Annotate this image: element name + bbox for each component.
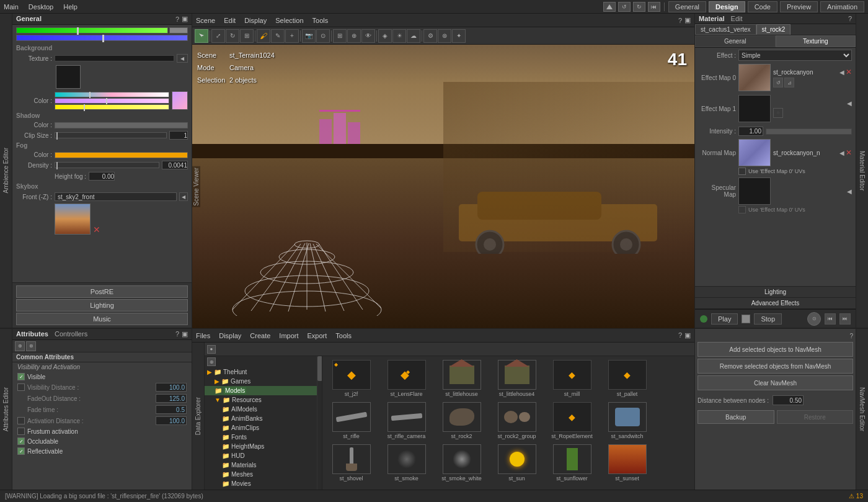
menu-help[interactable]: Help <box>63 3 78 11</box>
snap-btn[interactable]: ⊕ <box>347 29 361 43</box>
navmesh-help[interactable]: ? <box>849 333 853 339</box>
tree-item-animbanks[interactable]: 📁 AnimBanks <box>205 414 322 423</box>
activation-dist-checkbox[interactable] <box>17 417 25 424</box>
asset-rope[interactable]: ◆ st_RopeElement <box>546 401 598 441</box>
tree-item-fonts[interactable]: 📁 Fonts <box>205 433 322 442</box>
tree-item-heightmaps[interactable]: 📁 HeightMaps <box>205 442 322 451</box>
tree-item-movies[interactable]: 📁 Movies <box>205 479 322 488</box>
subtab-texturing[interactable]: Texturing <box>776 35 856 47</box>
remove-navmesh-btn[interactable]: Remove selected objects from NavMesh <box>698 359 853 374</box>
normalmap-prev-btn[interactable]: ◀ <box>839 150 844 156</box>
toolbar-icon-2[interactable]: ↺ <box>618 2 631 12</box>
clear-navmesh-btn[interactable]: Clear NavMesh <box>698 375 853 390</box>
scale-btn[interactable]: ⊞ <box>240 29 254 43</box>
restore-btn[interactable]: Restore <box>777 410 854 424</box>
import-menu[interactable]: Import <box>279 332 298 339</box>
tab-controllers[interactable]: Controllers <box>55 330 87 338</box>
menu-desktop[interactable]: Desktop <box>29 3 53 11</box>
asset-sunset[interactable]: st_sunset <box>601 443 653 483</box>
ambience-close-btn[interactable]: ▣ <box>182 15 188 23</box>
stop-button[interactable]: Stop <box>754 313 782 325</box>
scene-menu-display[interactable]: Display <box>244 17 267 24</box>
effect1-prev-btn[interactable]: ◀ <box>847 100 852 107</box>
tree-item-hud[interactable]: 📁 HUD <box>205 451 322 460</box>
obj-tab-rock2[interactable]: st_rock2 <box>756 24 791 35</box>
tree-item-games[interactable]: ▶ 📁 Games <box>205 377 322 386</box>
asset-littlehouse[interactable]: st_littlehouse <box>435 359 488 398</box>
move-btn[interactable]: ⤢ <box>211 29 225 43</box>
rotate-btn[interactable]: ↻ <box>226 29 239 43</box>
visible-checkbox[interactable]: ✓ <box>17 373 25 380</box>
specular-prev-btn[interactable]: ◀ <box>847 188 852 195</box>
music-button[interactable]: Music <box>16 313 188 325</box>
menu-main[interactable]: Main <box>4 3 19 11</box>
explorer-help[interactable]: ? <box>678 331 682 339</box>
reflectivable-checkbox[interactable]: ✓ <box>17 447 25 455</box>
visibility-distance-input[interactable] <box>156 383 187 392</box>
tree-item-root[interactable]: ▶ 📁 TheHunt <box>205 367 322 377</box>
effect0-icon1[interactable]: ↺ <box>773 78 783 87</box>
grid-btn[interactable]: ⊞ <box>333 29 347 43</box>
asset-rifle-camera[interactable]: st_rifle_camera <box>380 401 433 441</box>
select-tool-btn[interactable] <box>195 29 208 43</box>
visibility-dist-checkbox[interactable] <box>17 383 25 391</box>
asset-rifle[interactable]: st_rifle <box>325 401 378 441</box>
asset-smoke[interactable]: st_smoke <box>380 443 433 483</box>
edit-tab[interactable]: Edit <box>731 15 743 22</box>
tab-code[interactable]: Code <box>748 1 777 12</box>
render-btn[interactable]: ◈ <box>378 29 392 43</box>
asset-mill[interactable]: ◆ st_mill <box>546 359 598 398</box>
files-menu[interactable]: Files <box>196 332 210 339</box>
asset-sandwitch[interactable]: st_sandwitch <box>601 401 653 441</box>
effect0-prev-btn[interactable]: ◀ <box>839 69 844 76</box>
height-fog-input[interactable] <box>89 172 115 181</box>
postre-button[interactable]: PostRE <box>16 285 188 298</box>
playback-next[interactable]: ⏭ <box>839 313 851 325</box>
tree-item-materials[interactable]: 📁 Materials <box>205 460 322 470</box>
explorer-close[interactable]: ▣ <box>684 331 691 339</box>
nav-btn[interactable]: ⊛ <box>438 29 451 43</box>
toolbar-icon-1[interactable] <box>603 2 616 12</box>
cam-btn[interactable]: 📷 <box>302 29 316 43</box>
specular-use-checkbox[interactable] <box>738 206 746 213</box>
fade-time-input[interactable] <box>156 405 187 414</box>
tab-animation[interactable]: Animation <box>820 1 864 12</box>
navmesh-distance-input[interactable] <box>773 395 804 405</box>
explorer-filter-btn[interactable]: ● <box>207 345 216 354</box>
visible-btn[interactable]: 👁 <box>361 29 375 43</box>
tree-item-animclips[interactable]: 📁 AnimClips <box>205 423 322 433</box>
scene-menu-selection[interactable]: Selection <box>275 17 303 24</box>
tab-design[interactable]: Design <box>709 1 745 12</box>
frustum-checkbox[interactable] <box>17 428 25 435</box>
asset-sunflower[interactable]: st_sunflower <box>546 443 598 483</box>
playback-circle1[interactable]: ⊙ <box>807 312 821 326</box>
asset-littlehouse4[interactable]: st_littlehouse4 <box>490 359 543 398</box>
edit-btn[interactable]: ✎ <box>271 29 285 43</box>
skybox-delete-btn[interactable]: ✕ <box>93 225 100 235</box>
tools-menu[interactable]: Tools <box>335 332 352 339</box>
clip-size-input[interactable] <box>169 131 188 140</box>
backup-btn[interactable]: Backup <box>698 410 774 424</box>
scene-menu-edit[interactable]: Edit <box>224 17 236 24</box>
effect-select[interactable]: Simple <box>738 50 852 61</box>
subtab-general[interactable]: General <box>695 35 776 47</box>
scene-help[interactable]: ? <box>678 17 682 24</box>
asset-rock2-group[interactable]: st_rock2_group <box>490 401 543 441</box>
ambience-help-btn[interactable]: ? <box>175 16 179 23</box>
play-button[interactable]: Play <box>711 313 738 325</box>
asset-sun[interactable]: st_sun <box>490 443 543 483</box>
cam2-btn[interactable]: ⊙ <box>316 29 330 43</box>
tree-item-meshes[interactable]: 📁 Meshes <box>205 470 322 479</box>
advanced-effects-header[interactable]: Advanced Effects <box>695 298 856 309</box>
attr-icon-2[interactable]: ⊗ <box>26 341 36 351</box>
scene-close[interactable]: ▣ <box>684 16 691 24</box>
toolbar-icon-4[interactable]: ⏮ <box>648 2 660 12</box>
light-btn[interactable]: ☀ <box>392 29 406 43</box>
display-menu[interactable]: Display <box>219 332 241 339</box>
tab-attributes[interactable]: Attributes <box>16 330 48 338</box>
material-tab[interactable]: Material <box>699 15 725 22</box>
paint-btn[interactable]: 🖌 <box>257 29 270 43</box>
add-navmesh-btn[interactable]: Add selected objects to NavMesh <box>698 342 853 357</box>
scene-menu-tools[interactable]: Tools <box>312 17 329 24</box>
scene-menu-scene[interactable]: Scene <box>196 17 215 24</box>
